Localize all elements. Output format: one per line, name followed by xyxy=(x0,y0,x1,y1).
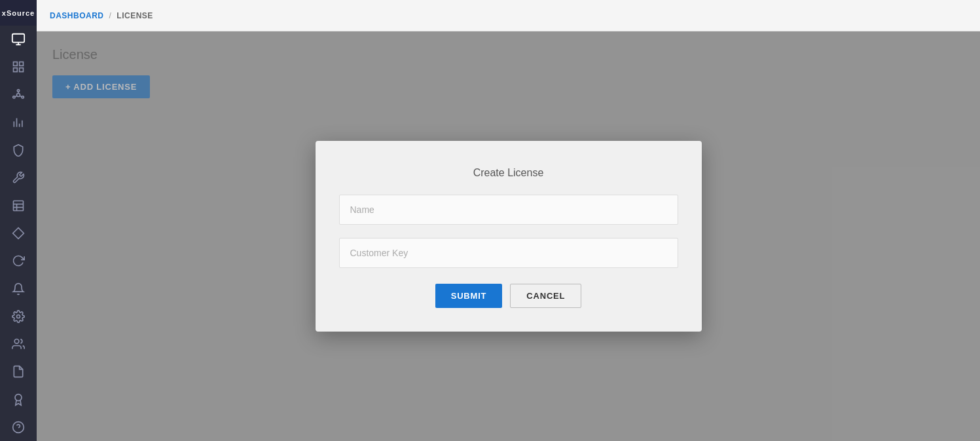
sidebar-item-settings[interactable] xyxy=(0,303,37,330)
dialog-actions: SUBMIT CANCEL xyxy=(435,284,582,308)
svg-point-7 xyxy=(17,93,20,96)
sidebar-item-shield[interactable] xyxy=(0,136,37,164)
sidebar-item-badge[interactable] xyxy=(0,385,37,413)
page-content: License + ADD LICENSE Create License SUB… xyxy=(37,31,980,441)
svg-point-9 xyxy=(22,96,24,98)
dialog-title: Create License xyxy=(473,167,544,179)
svg-point-10 xyxy=(13,96,15,98)
breadcrumb-dashboard[interactable]: DASHBOARD xyxy=(50,11,104,20)
svg-rect-3 xyxy=(14,62,18,66)
svg-line-12 xyxy=(20,96,22,96)
cancel-button[interactable]: CANCEL xyxy=(510,284,581,308)
svg-rect-6 xyxy=(20,68,24,72)
create-license-dialog: Create License SUBMIT CANCEL xyxy=(316,141,702,332)
svg-point-24 xyxy=(15,394,22,400)
sidebar-item-help[interactable] xyxy=(0,413,37,441)
breadcrumb: DASHBOARD / LICENSE xyxy=(50,11,153,20)
svg-point-8 xyxy=(17,89,19,91)
topbar: DASHBOARD / LICENSE xyxy=(37,0,980,31)
svg-rect-4 xyxy=(20,62,24,66)
main-content: DASHBOARD / LICENSE License + ADD LICENS… xyxy=(37,0,980,441)
sidebar-item-table-settings[interactable] xyxy=(0,192,37,220)
app-logo: xSource xyxy=(0,0,37,26)
sidebar-item-bell[interactable] xyxy=(0,275,37,302)
sidebar: xSource xyxy=(0,0,37,441)
svg-rect-18 xyxy=(14,201,24,210)
breadcrumb-separator: / xyxy=(109,11,112,20)
svg-point-22 xyxy=(17,315,20,318)
breadcrumb-license: LICENSE xyxy=(117,11,153,20)
svg-point-23 xyxy=(14,339,19,344)
svg-line-13 xyxy=(15,96,17,96)
sidebar-item-diamond[interactable] xyxy=(0,220,37,247)
customer-key-input[interactable] xyxy=(339,238,678,268)
sidebar-item-refresh[interactable] xyxy=(0,247,37,275)
submit-button[interactable]: SUBMIT xyxy=(435,284,503,308)
sidebar-item-grid[interactable] xyxy=(0,53,37,81)
sidebar-item-chart[interactable] xyxy=(0,109,37,136)
svg-rect-5 xyxy=(14,68,18,72)
modal-overlay: Create License SUBMIT CANCEL xyxy=(37,31,980,441)
svg-rect-0 xyxy=(12,34,24,43)
sidebar-item-tools[interactable] xyxy=(0,164,37,191)
sidebar-item-monitor[interactable] xyxy=(0,26,37,53)
sidebar-item-user-settings[interactable] xyxy=(0,330,37,358)
sidebar-item-hub[interactable] xyxy=(0,81,37,109)
name-input[interactable] xyxy=(339,195,678,225)
sidebar-item-file[interactable] xyxy=(0,358,37,385)
